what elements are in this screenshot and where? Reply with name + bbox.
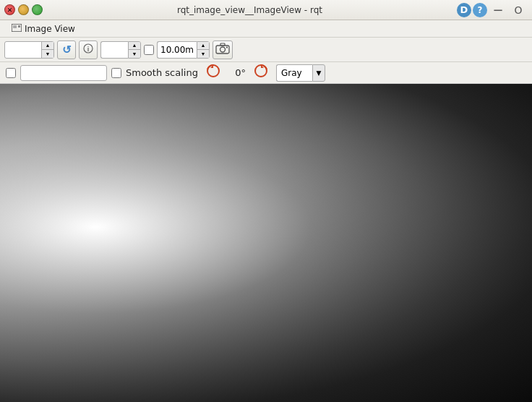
svg-rect-7 bbox=[220, 43, 225, 46]
rotate-ccw-icon bbox=[205, 63, 221, 82]
number-spin: ▲ ▼ bbox=[128, 41, 141, 59]
time-spin-down[interactable]: ▼ bbox=[197, 50, 209, 58]
number-spin-down[interactable]: ▼ bbox=[129, 50, 140, 58]
time-spin: ▲ ▼ bbox=[197, 41, 210, 59]
filter-input[interactable] bbox=[20, 65, 107, 81]
menu-image-view[interactable]: Image View bbox=[6, 22, 81, 35]
screenshot-button[interactable] bbox=[213, 40, 233, 59]
time-spin-up[interactable]: ▲ bbox=[197, 42, 209, 50]
d-button[interactable]: D bbox=[457, 3, 471, 17]
title-bar: ✕ rqt_image_view__ImageView - rqt D ? − … bbox=[0, 0, 532, 20]
degree-value: 0° bbox=[228, 67, 246, 78]
color-select-group[interactable]: Gray ▼ bbox=[276, 64, 325, 82]
rotate-cw-icon bbox=[253, 63, 269, 82]
topic-input[interactable] bbox=[5, 42, 41, 58]
number-input-group: 0 ▲ ▼ bbox=[100, 41, 141, 59]
number-input[interactable]: 0 bbox=[100, 41, 128, 59]
toolbar-2: Smooth scaling 0° bbox=[0, 62, 532, 84]
topic-spinner-arrows: ▲ ▼ bbox=[41, 42, 53, 58]
rotate-cw-button[interactable] bbox=[250, 63, 272, 83]
svg-point-6 bbox=[220, 47, 226, 52]
camera-icon bbox=[215, 43, 230, 56]
refresh-icon: ↺ bbox=[62, 43, 72, 56]
color-select-arrow[interactable]: ▼ bbox=[312, 64, 325, 82]
info-icon: i bbox=[83, 43, 93, 56]
topic-spinner-up[interactable]: ▲ bbox=[42, 42, 53, 50]
svg-text:i: i bbox=[87, 46, 90, 53]
rotate-ccw-button[interactable] bbox=[202, 63, 224, 83]
menu-image-view-label: Image View bbox=[25, 24, 75, 34]
window-title: rqt_image_view__ImageView - rqt bbox=[47, 5, 452, 15]
minimize-window-button[interactable] bbox=[18, 4, 29, 15]
refresh-button[interactable]: ↺ bbox=[57, 40, 76, 59]
info-button[interactable]: i bbox=[79, 40, 98, 59]
window-dash-button[interactable]: − bbox=[489, 2, 507, 18]
toolbar-checkbox[interactable] bbox=[144, 45, 154, 55]
topic-spinner-down[interactable]: ▼ bbox=[42, 50, 53, 58]
window-controls: ✕ bbox=[4, 4, 43, 15]
smooth-scaling-checkbox[interactable] bbox=[111, 68, 121, 78]
title-right-buttons: D ? − O bbox=[457, 2, 528, 18]
image-display-area bbox=[0, 84, 532, 402]
svg-rect-2 bbox=[18, 25, 20, 27]
time-spinner-group: 10.00m ▲ ▼ bbox=[157, 41, 210, 59]
topic-spinner[interactable]: ▲ ▼ bbox=[4, 41, 54, 59]
main-content: Image View ▲ ▼ ↺ i 0 bbox=[0, 20, 532, 402]
image-view-icon bbox=[12, 24, 22, 34]
maximize-window-button[interactable] bbox=[32, 4, 43, 15]
window-close-button[interactable]: O bbox=[509, 2, 528, 18]
number-spin-up[interactable]: ▲ bbox=[129, 42, 140, 50]
filter-checkbox[interactable] bbox=[6, 68, 16, 78]
time-value: 10.00m bbox=[157, 41, 197, 59]
smooth-scaling-label: Smooth scaling bbox=[126, 67, 198, 78]
help-button[interactable]: ? bbox=[473, 3, 487, 17]
toolbar-1: ▲ ▼ ↺ i 0 ▲ ▼ bbox=[0, 38, 532, 62]
svg-rect-1 bbox=[13, 25, 17, 28]
close-window-button[interactable]: ✕ bbox=[4, 4, 15, 15]
color-select-value: Gray bbox=[276, 64, 312, 82]
svg-rect-8 bbox=[226, 47, 228, 48]
menu-bar: Image View bbox=[0, 20, 532, 38]
